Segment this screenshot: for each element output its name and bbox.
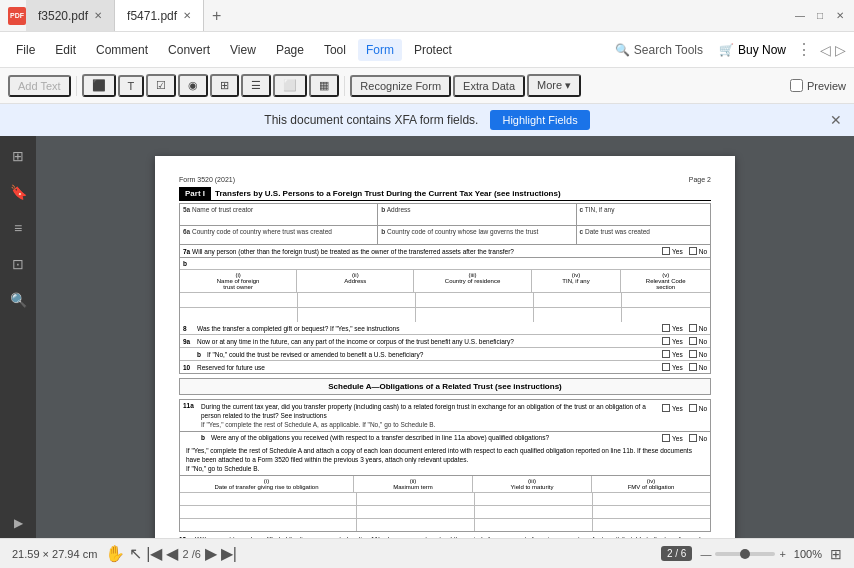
- row-7a-no-box[interactable]: [689, 247, 697, 255]
- row-11a-yes[interactable]: Yes: [662, 404, 683, 412]
- field-5b[interactable]: b Address: [378, 204, 576, 225]
- more-button[interactable]: More ▾: [527, 74, 581, 97]
- field-select-button[interactable]: ⬛: [82, 74, 116, 97]
- barcode-button[interactable]: ▦: [309, 74, 339, 97]
- row-9a-no[interactable]: No: [689, 337, 707, 345]
- panel-icon-layers[interactable]: ≡: [6, 216, 30, 240]
- field-7b-2-1[interactable]: [180, 308, 298, 322]
- last-page-icon[interactable]: ▶|: [221, 544, 237, 563]
- zoom-slider-thumb[interactable]: [740, 549, 750, 559]
- row-7a-yes-box[interactable]: [662, 247, 670, 255]
- oblig-field-1-3[interactable]: [475, 493, 593, 505]
- align-button[interactable]: ⬜: [273, 74, 307, 97]
- close-button[interactable]: ✕: [834, 10, 846, 22]
- oblig-field-2-4[interactable]: [593, 506, 710, 518]
- maximize-button[interactable]: □: [814, 10, 826, 22]
- row-9b-yes[interactable]: Yes: [662, 350, 683, 358]
- tab-f3520-close[interactable]: ✕: [94, 10, 102, 21]
- oblig-field-1-2[interactable]: [357, 493, 475, 505]
- field-5a-value[interactable]: [183, 213, 374, 223]
- nav-forward[interactable]: ▷: [835, 42, 846, 58]
- panel-icon-search[interactable]: 🔍: [6, 288, 30, 312]
- preview-toggle[interactable]: Preview: [790, 79, 846, 92]
- row-9a-yes[interactable]: Yes: [662, 337, 683, 345]
- field-6c[interactable]: c Date trust was created: [577, 226, 711, 244]
- oblig-field-2-3[interactable]: [475, 506, 593, 518]
- preview-checkbox[interactable]: [790, 79, 803, 92]
- collapse-panel-button[interactable]: ▶: [14, 516, 23, 530]
- prev-page-icon[interactable]: ◀: [166, 544, 178, 563]
- row-11a-no[interactable]: No: [689, 404, 707, 412]
- document-area[interactable]: Form 3520 (2021) Page 2 Part I Transfers…: [36, 136, 854, 538]
- row-11b-yes[interactable]: Yes: [662, 434, 683, 442]
- radio-button[interactable]: ◉: [178, 74, 208, 97]
- field-7b-1-4[interactable]: [534, 293, 623, 307]
- menu-edit[interactable]: Edit: [47, 39, 84, 61]
- row-8-no-box[interactable]: [689, 324, 697, 332]
- oblig-field-3-1[interactable]: [180, 519, 357, 531]
- zoom-slider[interactable]: [715, 552, 775, 556]
- list-button[interactable]: ☰: [241, 74, 271, 97]
- oblig-field-1-4[interactable]: [593, 493, 710, 505]
- oblig-field-3-2[interactable]: [357, 519, 475, 531]
- tab-f5471-close[interactable]: ✕: [183, 10, 191, 21]
- menu-file[interactable]: File: [8, 39, 43, 61]
- zoom-out-button[interactable]: —: [700, 548, 711, 560]
- text-field-button[interactable]: T: [118, 75, 145, 97]
- row-10-no[interactable]: No: [689, 363, 707, 371]
- next-page-icon[interactable]: ▶: [205, 544, 217, 563]
- field-7b-2-2[interactable]: [298, 308, 416, 322]
- first-page-icon[interactable]: |◀: [146, 544, 162, 563]
- panel-icon-thumbnails[interactable]: ⊞: [6, 144, 30, 168]
- nav-back[interactable]: ◁: [820, 42, 831, 58]
- fit-page-icon[interactable]: ⊞: [830, 546, 842, 562]
- add-tab-button[interactable]: +: [204, 7, 229, 25]
- field-6b[interactable]: b Country code of country whose law gove…: [378, 226, 576, 244]
- buy-now[interactable]: 🛒 Buy Now: [719, 43, 786, 57]
- field-7b-1-2[interactable]: [298, 293, 416, 307]
- menu-overflow[interactable]: ⋮: [796, 40, 812, 59]
- row-11b-no[interactable]: No: [689, 434, 707, 442]
- tab-f5471[interactable]: f5471.pdf ✕: [115, 0, 204, 31]
- menu-tool[interactable]: Tool: [316, 39, 354, 61]
- extra-data-button[interactable]: Extra Data: [453, 75, 525, 97]
- oblig-field-2-1[interactable]: [180, 506, 357, 518]
- menu-form[interactable]: Form: [358, 39, 402, 61]
- select-tool-icon[interactable]: ↖: [129, 544, 142, 563]
- recognize-form-button[interactable]: Recognize Form: [350, 75, 451, 97]
- checkbox-button[interactable]: ☑: [146, 74, 176, 97]
- row-8-yes[interactable]: Yes: [662, 324, 683, 332]
- field-7b-2-4[interactable]: [534, 308, 623, 322]
- panel-icon-bookmarks[interactable]: 🔖: [6, 180, 30, 204]
- row-9b-yes-box[interactable]: [662, 350, 670, 358]
- menu-view[interactable]: View: [222, 39, 264, 61]
- field-7b-2-3[interactable]: [416, 308, 534, 322]
- row-8-yes-box[interactable]: [662, 324, 670, 332]
- row-9a-no-box[interactable]: [689, 337, 697, 345]
- row-7a-yes[interactable]: Yes: [662, 247, 683, 255]
- oblig-field-2-2[interactable]: [357, 506, 475, 518]
- menu-page[interactable]: Page: [268, 39, 312, 61]
- row-11b-yes-box[interactable]: [662, 434, 670, 442]
- field-5a[interactable]: 5a Name of trust creator: [180, 204, 378, 225]
- row-8-no[interactable]: No: [689, 324, 707, 332]
- row-11a-no-box[interactable]: [689, 404, 697, 412]
- add-text-button[interactable]: Add Text: [8, 75, 71, 97]
- search-tools[interactable]: 🔍 Search Tools: [615, 43, 703, 57]
- panel-icon-fields[interactable]: ⊡: [6, 252, 30, 276]
- oblig-field-1-1[interactable]: [180, 493, 357, 505]
- field-7b-1-3[interactable]: [416, 293, 534, 307]
- menu-convert[interactable]: Convert: [160, 39, 218, 61]
- field-7b-1-5[interactable]: [622, 293, 710, 307]
- zoom-in-button[interactable]: +: [779, 548, 785, 560]
- row-11a-yes-box[interactable]: [662, 404, 670, 412]
- row-10-yes-box[interactable]: [662, 363, 670, 371]
- field-7b-1-1[interactable]: [180, 293, 298, 307]
- row-10-no-box[interactable]: [689, 363, 697, 371]
- combo-button[interactable]: ⊞: [210, 74, 239, 97]
- menu-protect[interactable]: Protect: [406, 39, 460, 61]
- hand-tool-icon[interactable]: ✋: [105, 544, 125, 563]
- field-6a[interactable]: 6a Country code of country where trust w…: [180, 226, 378, 244]
- row-10-yes[interactable]: Yes: [662, 363, 683, 371]
- row-11b-no-box[interactable]: [689, 434, 697, 442]
